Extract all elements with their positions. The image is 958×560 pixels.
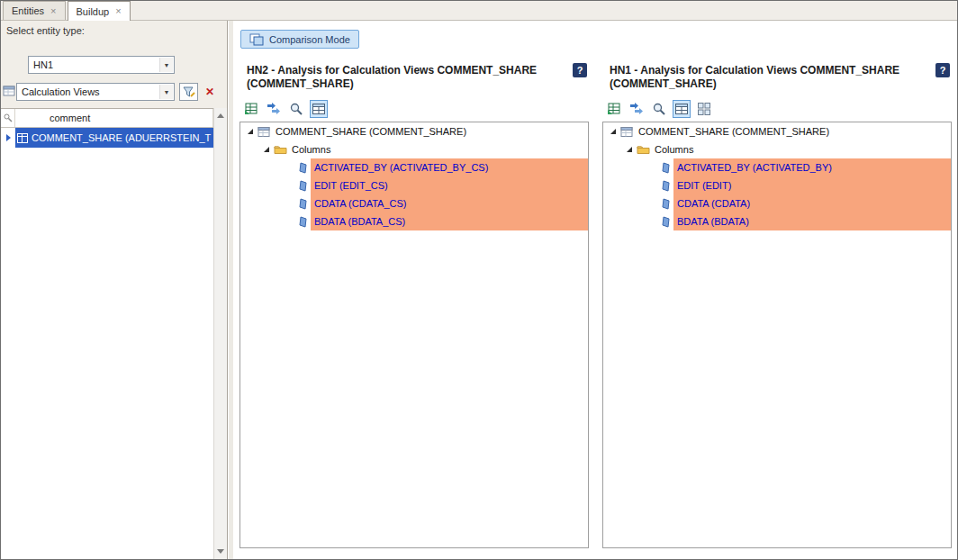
excel-export-button[interactable] [605,100,623,118]
filter-button[interactable] [179,83,198,101]
help-button[interactable]: ? [573,63,587,77]
expander-icon[interactable] [245,128,256,135]
tree-column-item[interactable]: CDATA (CDATA) [603,194,951,212]
table-view-icon [674,102,689,116]
selected-entity-label: COMMENT_SHARE (ADUERRSTEIN_T [32,132,211,143]
calculation-view-icon [619,126,635,138]
scroll-down-button[interactable] [214,545,227,558]
tab-entities[interactable]: Entities × [3,1,66,20]
sidebar-scrollbar[interactable] [213,108,227,559]
excel-export-button[interactable] [242,100,260,118]
column-icon [294,180,311,192]
tree-column-item[interactable]: BDATA (BDATA) [603,212,951,230]
arrow-down-icon [217,549,224,554]
excel-export-icon [607,102,621,116]
funnel-icon [183,86,195,98]
column-icon [294,216,311,228]
search-icon [652,102,666,116]
comparison-panel-right: HN1 - Analysis for Calculation Views COM… [602,62,952,548]
entity-grid-header: comment [1,109,213,128]
column-icon [657,180,673,192]
filter-pin-icon[interactable] [1,109,15,127]
tree-root-node[interactable]: COMMENT_SHARE (COMMENT_SHARE) [240,122,588,140]
scroll-up-button[interactable] [214,109,227,122]
main-area: Comparison Mode HN2 - Analysis for Calcu… [233,21,957,559]
transfer-button[interactable] [628,100,646,118]
transfer-button[interactable] [265,100,283,118]
comparison-mode-button[interactable]: Comparison Mode [240,30,359,49]
page-title: HN2 - Analysis for Calculation Views COM… [247,64,565,91]
tree-column-label: CDATA (CDATA) [673,194,951,212]
tree-column-label: BDATA (BDATA_CS) [311,212,588,230]
clear-filter-button[interactable]: ✕ [203,84,217,100]
table-view-button[interactable] [310,100,328,118]
tree-column-label: BDATA (BDATA) [673,212,951,230]
select-entity-type-label: Select entity type: [6,25,85,36]
selected-entity-row[interactable]: COMMENT_SHARE (ADUERRSTEIN_T [15,128,213,148]
system-dropdown-value: HN1 [33,59,53,70]
column-icon [657,162,673,174]
tree-root-label: COMMENT_SHARE (COMMENT_SHARE) [635,126,833,137]
comparison-mode-label: Comparison Mode [269,34,350,45]
arrow-up-icon [217,113,224,118]
tree-folder-node[interactable]: Columns [603,140,951,158]
panel-title-row: HN2 - Analysis for Calculation Views COM… [240,62,589,96]
search-button[interactable] [650,100,668,118]
tree-column-label: EDIT (EDIT) [673,176,951,194]
transfer-icon [267,102,281,116]
tree-root-label: COMMENT_SHARE (COMMENT_SHARE) [272,126,470,137]
folder-icon [272,144,288,155]
column-icon [657,198,673,210]
close-icon[interactable]: × [115,6,121,16]
tree-column-item[interactable]: ACTIVATED_BY (ACTIVATED_BY) [603,158,951,176]
expander-icon[interactable] [608,128,619,135]
folder-icon [635,144,651,155]
transfer-icon [629,102,644,116]
table-icon [17,133,28,143]
page-title: HN1 - Analysis for Calculation Views COM… [610,64,928,91]
tree-column-item[interactable]: BDATA (BDATA_CS) [240,212,588,230]
clear-filter-icon: ✕ [205,86,214,98]
search-icon [289,102,303,116]
entity-type-dropdown-value: Calculation Views [22,86,100,97]
column-icon [657,216,673,228]
row-selector-cell[interactable] [1,128,15,148]
tree-folder-node[interactable]: Columns [240,140,588,158]
tree-column-item[interactable]: EDIT (EDIT_CS) [240,176,588,194]
tab-buildup-label: Buildup [77,6,110,17]
system-dropdown[interactable]: HN1 ▼ [28,56,175,74]
panel-title-row: HN1 - Analysis for Calculation Views COM… [602,62,952,96]
expander-icon[interactable] [261,146,272,153]
tree-column-item[interactable]: ACTIVATED_BY (ACTIVATED_BY_CS) [240,158,588,176]
tab-entities-label: Entities [12,5,44,16]
entity-type-dropdown[interactable]: Calculation Views ▼ [16,83,175,101]
tree-column-label: ACTIVATED_BY (ACTIVATED_BY) [673,158,951,176]
entity-grid: comment COMMENT_SHARE (ADUERRSTEIN_T [1,108,213,559]
tree-root-node[interactable]: COMMENT_SHARE (COMMENT_SHARE) [603,122,951,140]
column-icon [294,198,311,210]
chevron-down-icon[interactable]: ▼ [159,58,173,72]
table-view-button[interactable] [673,100,691,118]
excel-export-icon [244,102,258,116]
tree-column-label: CDATA (CDATA_CS) [311,194,588,212]
tree-column-item[interactable]: CDATA (CDATA_CS) [240,194,588,212]
chevron-down-icon[interactable]: ▼ [159,85,173,99]
close-icon[interactable]: × [50,6,56,16]
tab-buildup[interactable]: Buildup × [68,1,131,21]
row-marker-icon [6,134,11,141]
entity-type-icon [3,85,15,97]
analysis-tree: COMMENT_SHARE (COMMENT_SHARE) Columns [602,122,952,548]
table-row[interactable]: COMMENT_SHARE (ADUERRSTEIN_T [1,128,213,148]
expander-icon[interactable] [624,146,635,153]
help-button[interactable]: ? [935,63,950,77]
grid-view-button[interactable] [695,100,713,118]
comparison-mode-icon [249,33,264,46]
comment-column-header[interactable]: comment [15,109,213,127]
search-button[interactable] [287,100,305,118]
tree-column-item[interactable]: EDIT (EDIT) [603,176,951,194]
sidebar: Select entity type: HN1 ▼ Calculation Vi… [1,21,228,559]
tree-folder-label: Columns [288,144,334,155]
calculation-view-icon [256,126,272,138]
analysis-tree: COMMENT_SHARE (COMMENT_SHARE) Columns [240,122,589,548]
tree-column-label: ACTIVATED_BY (ACTIVATED_BY_CS) [311,158,588,176]
